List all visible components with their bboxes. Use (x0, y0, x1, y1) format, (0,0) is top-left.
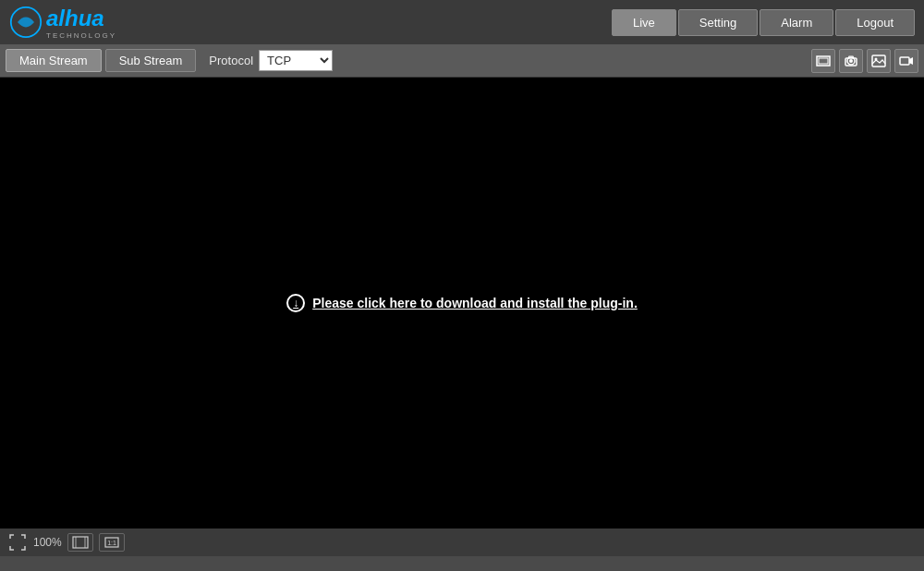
main-stream-button[interactable]: Main Stream (6, 49, 102, 72)
logo-sub-text: TECHNOLOGY (46, 31, 116, 40)
alarm-button[interactable]: Alarm (760, 9, 833, 36)
nav-buttons: Live Setting Alarm Logout (612, 9, 915, 36)
zoom-percent: 100% (33, 536, 62, 549)
logout-button[interactable]: Logout (835, 9, 915, 36)
bottom-bar: 100% 1:1 (0, 528, 924, 556)
original-size-icon[interactable]: 1:1 (99, 533, 125, 552)
logo: alhua TECHNOLOGY (9, 6, 116, 40)
plugin-link-text: Please click here to download and instal… (312, 296, 638, 310)
setting-button[interactable]: Setting (678, 9, 758, 36)
plugin-download-link[interactable]: ↓ Please click here to download and inst… (286, 294, 638, 312)
snapshot-icon[interactable] (839, 49, 863, 73)
logo-main-text: alhua (46, 6, 104, 31)
protocol-select[interactable]: TCP UDP RTP (259, 50, 333, 71)
sub-stream-button[interactable]: Sub Stream (105, 49, 197, 72)
fit-icon[interactable] (67, 533, 93, 552)
svg-rect-8 (900, 57, 909, 65)
svg-text:1:1: 1:1 (107, 540, 116, 546)
live-button[interactable]: Live (612, 9, 676, 36)
svg-point-4 (849, 59, 853, 63)
image-icon[interactable] (867, 49, 891, 73)
logo-text-group: alhua TECHNOLOGY (46, 6, 116, 40)
header: alhua TECHNOLOGY Live Setting Alarm Logo… (0, 0, 924, 44)
right-icons (811, 49, 918, 73)
download-icon: ↓ (286, 294, 305, 312)
logo-icon (9, 6, 43, 39)
protocol-label: Protocol (209, 54, 253, 67)
toolbar: Main Stream Sub Stream Protocol TCP UDP … (0, 44, 924, 78)
video-area: ↓ Please click here to download and inst… (0, 78, 924, 528)
aspect-ratio-icon[interactable] (811, 49, 835, 73)
svg-rect-10 (73, 537, 88, 548)
svg-rect-2 (819, 58, 828, 64)
fullscreen-icon[interactable] (7, 532, 28, 553)
record-icon[interactable] (894, 49, 918, 73)
